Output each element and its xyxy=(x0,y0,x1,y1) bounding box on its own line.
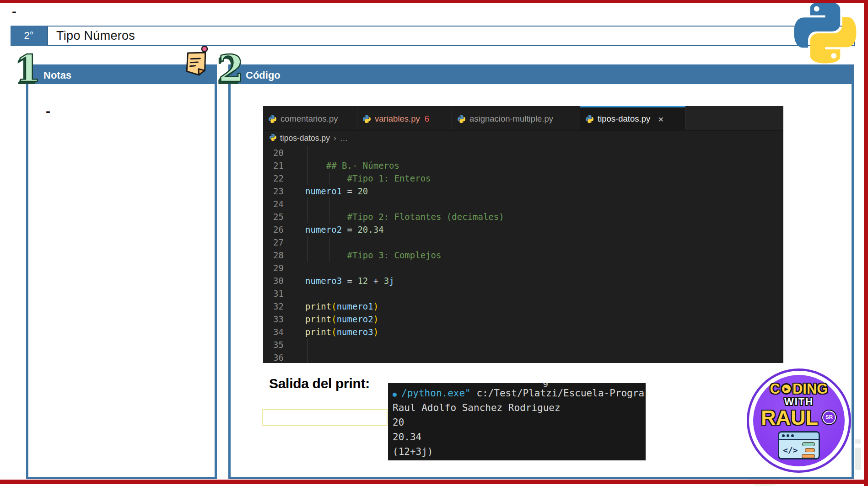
slide-border-top xyxy=(0,0,868,3)
tab-strip: comentarios.py variables.py6 asignacion-… xyxy=(263,106,783,131)
vscode-editor: comentarios.py variables.py6 asignacion-… xyxy=(263,106,783,363)
tab-label: variables.py xyxy=(375,114,420,124)
python-file-icon xyxy=(269,115,276,123)
line-number: 20 xyxy=(263,148,284,158)
code-text: print(numero3) xyxy=(284,327,378,337)
code-line: 21 ## B.- Números xyxy=(263,159,783,172)
line-number: 33 xyxy=(263,314,284,324)
code-line: 29 xyxy=(263,262,783,274)
code-line: 23numero1 = 20 xyxy=(263,185,783,198)
code-area[interactable]: 2021 ## B.- Números22 #Tipo 1: Enteros23… xyxy=(263,145,783,363)
tab-label: comentarios.py xyxy=(280,114,338,124)
indent-guide xyxy=(329,198,329,210)
slide-border-bottom xyxy=(0,480,868,484)
editor-tab-variables.py[interactable]: variables.py6 xyxy=(357,106,452,130)
code-line: 32print(numero1) xyxy=(263,300,783,313)
line-number: 32 xyxy=(263,301,284,311)
editor-tab-comentarios.py[interactable]: comentarios.py xyxy=(263,106,357,130)
line-number: 30 xyxy=(263,276,284,286)
code-line: 26numero2 = 20.34 xyxy=(263,223,783,236)
line-number: 28 xyxy=(263,250,284,260)
notes-content-dash: - xyxy=(46,103,50,119)
indent-guide xyxy=(329,249,329,262)
page-title: Tipo Números xyxy=(47,26,855,46)
window-dot-icon xyxy=(787,434,789,437)
terminal-line: 20 xyxy=(393,415,646,430)
code-line: 33print(numero2) xyxy=(263,313,783,326)
terminal-output: g ●/python.exe" c:/Test/Platzi/Escuela-P… xyxy=(388,383,646,460)
line-number: 35 xyxy=(263,340,284,350)
logo-word-coding-ding: DING xyxy=(793,382,828,396)
browser-window-titlebar xyxy=(779,433,819,440)
code-text: #Tipo 1: Enteros xyxy=(284,173,431,183)
indent-guide xyxy=(307,146,307,159)
indent-guide xyxy=(307,159,307,172)
terminal-line: Raul Adolfo Sanchez Rodriguez xyxy=(393,401,646,415)
code-line: 27 xyxy=(263,236,783,249)
code-line: 36 xyxy=(263,351,783,363)
breadcrumb[interactable]: tipos-datos.py › … xyxy=(263,131,783,145)
indent-guide xyxy=(329,210,329,223)
line-number: 26 xyxy=(263,224,284,235)
line-number: 31 xyxy=(263,288,284,299)
top-dash: - xyxy=(12,4,16,19)
highlight-box xyxy=(262,409,388,426)
python-file-icon xyxy=(458,115,465,123)
lesson-number-badge: 2° xyxy=(11,26,47,46)
terminal-line: (12+3j) xyxy=(393,444,646,459)
code-text: numero2 = 20.34 xyxy=(284,224,384,235)
line-number: 23 xyxy=(263,186,284,196)
indent-guide xyxy=(307,198,307,210)
window-dot-icon xyxy=(782,434,785,437)
code-text: #Tipo 2: Flotantes (decimales) xyxy=(284,212,504,222)
editor-tab-asignacion-multiple.py[interactable]: asignacion-multiple.py xyxy=(452,106,580,130)
logo-word-coding-c: C xyxy=(770,382,780,396)
sticky-note-icon xyxy=(181,46,210,81)
code-line: 31 xyxy=(263,287,783,300)
code-line: 35 xyxy=(263,338,783,351)
notes-panel: Notas xyxy=(26,64,217,479)
line-number: 34 xyxy=(263,327,284,337)
breadcrumb-python-icon xyxy=(270,134,276,143)
play-icon: ▶ xyxy=(785,387,788,391)
code-line: 28 #Tipo 3: Complejos xyxy=(263,249,783,262)
indent-guide xyxy=(329,172,329,185)
line-number: 36 xyxy=(263,352,284,363)
code-text: numero3 = 12 + 3j xyxy=(284,276,394,286)
tab-problem-badge: 6 xyxy=(425,114,429,124)
code-panel-header: Código xyxy=(231,67,852,84)
line-number: 25 xyxy=(263,212,284,222)
logo-word-raul: RAUL xyxy=(761,407,818,428)
step-number-2: 2 xyxy=(218,50,244,87)
title-bar: 2° Tipo Números xyxy=(11,26,855,46)
breadcrumb-more[interactable]: … xyxy=(340,134,348,143)
line-number: 27 xyxy=(263,237,284,247)
code-text: numero1 = 20 xyxy=(284,186,368,196)
code-line: 30numero3 = 12 + 3j xyxy=(263,274,783,287)
code-lines-icon xyxy=(802,442,815,458)
terminal-line: 20.34 xyxy=(393,430,646,444)
indent-guide xyxy=(307,249,307,262)
terminal-lines: ●/python.exe" c:/Test/Platzi/Escuela-Pro… xyxy=(393,386,646,459)
tab-close-icon[interactable]: × xyxy=(658,114,663,124)
output-label: Salida del print: xyxy=(269,376,370,391)
python-file-icon xyxy=(586,115,593,123)
code-text: print(numero1) xyxy=(284,301,378,311)
sr-badge: SR xyxy=(821,410,837,425)
code-line: 24 xyxy=(263,198,783,210)
editor-tab-tipos-datos.py[interactable]: tipos-datos.py× xyxy=(580,106,685,130)
terminal-line: ●/python.exe" c:/Test/Platzi/Escuela-Pro… xyxy=(393,386,646,401)
indent-guide xyxy=(307,172,307,185)
indent-guide xyxy=(307,351,307,363)
code-line: 20 xyxy=(263,146,783,159)
breadcrumb-file[interactable]: tipos-datos.py xyxy=(280,134,330,143)
code-text: print(numero2) xyxy=(284,314,378,324)
tab-label: asignacion-multiple.py xyxy=(469,114,553,124)
browser-window-icon: </> xyxy=(778,431,820,459)
code-line: 25 #Tipo 2: Flotantes (decimales) xyxy=(263,210,783,223)
python-file-icon xyxy=(270,134,276,141)
indent-guide xyxy=(307,338,307,351)
window-dot-icon xyxy=(791,434,794,437)
code-tag-icon: </> xyxy=(783,445,798,455)
terminal-clipped-text: g xyxy=(543,383,549,387)
